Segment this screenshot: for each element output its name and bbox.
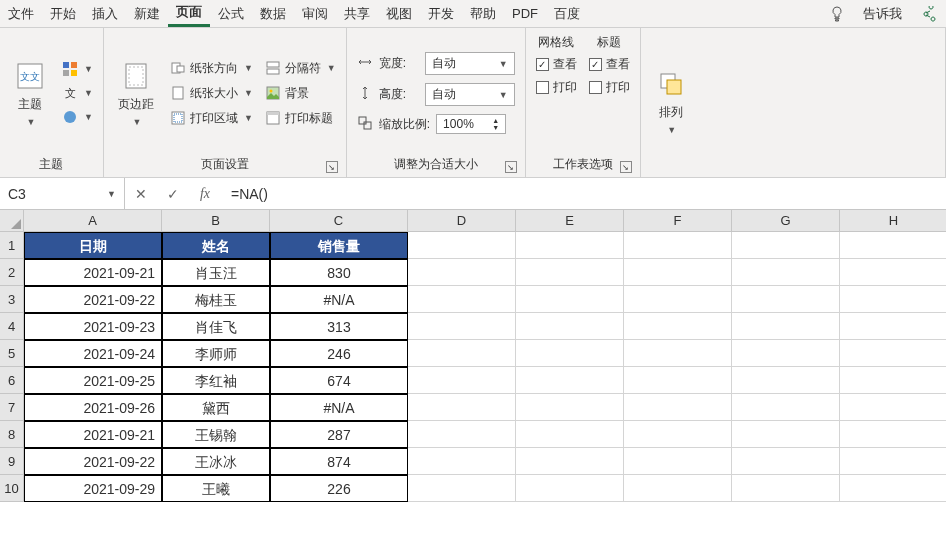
dialog-launcher-icon[interactable]: ↘ xyxy=(620,161,632,173)
menu-share[interactable]: 共享 xyxy=(336,0,378,27)
menu-page-layout[interactable]: 页面 xyxy=(168,0,210,27)
cell[interactable]: 2021-09-24 xyxy=(24,340,162,367)
menu-formulas[interactable]: 公式 xyxy=(210,0,252,27)
cell[interactable]: 874 xyxy=(270,448,408,475)
cell[interactable] xyxy=(732,286,840,313)
column-header[interactable]: C xyxy=(270,210,408,232)
cell[interactable] xyxy=(624,421,732,448)
row-header[interactable]: 1 xyxy=(0,232,24,259)
arrange-button[interactable]: 排列 ▼ xyxy=(647,32,695,171)
cell[interactable] xyxy=(624,340,732,367)
column-header[interactable]: F xyxy=(624,210,732,232)
menu-baidu[interactable]: 百度 xyxy=(546,0,588,27)
cell[interactable] xyxy=(408,259,516,286)
cell[interactable] xyxy=(624,286,732,313)
cell[interactable] xyxy=(732,394,840,421)
cell[interactable] xyxy=(516,367,624,394)
cell[interactable] xyxy=(408,232,516,259)
cell[interactable] xyxy=(840,313,946,340)
cell[interactable]: 2021-09-29 xyxy=(24,475,162,502)
cell[interactable] xyxy=(732,313,840,340)
dialog-launcher-icon[interactable]: ↘ xyxy=(505,161,517,173)
cell[interactable]: 2021-09-22 xyxy=(24,448,162,475)
cell[interactable]: 674 xyxy=(270,367,408,394)
menu-insert[interactable]: 插入 xyxy=(84,0,126,27)
cell[interactable] xyxy=(516,313,624,340)
cell[interactable] xyxy=(732,259,840,286)
row-header[interactable]: 3 xyxy=(0,286,24,313)
row-header[interactable]: 10 xyxy=(0,475,24,502)
cell[interactable]: 2021-09-25 xyxy=(24,367,162,394)
cell[interactable]: 肖玉汪 xyxy=(162,259,270,286)
gridlines-print-checkbox[interactable]: 打印 xyxy=(532,76,581,99)
select-all-corner[interactable] xyxy=(0,210,24,232)
cell[interactable] xyxy=(840,340,946,367)
cell[interactable] xyxy=(516,340,624,367)
bulb-icon[interactable] xyxy=(819,0,855,27)
cell[interactable] xyxy=(624,448,732,475)
cell[interactable] xyxy=(840,421,946,448)
cell[interactable]: 830 xyxy=(270,259,408,286)
cancel-formula-button[interactable]: ✕ xyxy=(125,178,157,209)
column-header[interactable]: A xyxy=(24,210,162,232)
cell[interactable] xyxy=(732,448,840,475)
cell[interactable] xyxy=(732,232,840,259)
cell[interactable]: #N/A xyxy=(270,286,408,313)
menu-home[interactable]: 开始 xyxy=(42,0,84,27)
column-header[interactable]: D xyxy=(408,210,516,232)
cell[interactable] xyxy=(408,475,516,502)
scale-spinner[interactable]: 100%▲▼ xyxy=(436,114,506,134)
gridlines-view-checkbox[interactable]: ✓查看 xyxy=(532,53,581,76)
cell[interactable] xyxy=(840,475,946,502)
menu-view[interactable]: 视图 xyxy=(378,0,420,27)
cell[interactable] xyxy=(408,340,516,367)
cell[interactable] xyxy=(408,313,516,340)
cell[interactable] xyxy=(732,367,840,394)
cell[interactable] xyxy=(732,421,840,448)
column-header[interactable]: B xyxy=(162,210,270,232)
cell[interactable] xyxy=(732,475,840,502)
cell[interactable]: 李师师 xyxy=(162,340,270,367)
menu-new[interactable]: 新建 xyxy=(126,0,168,27)
cell[interactable] xyxy=(624,475,732,502)
cell[interactable] xyxy=(624,367,732,394)
fonts-button[interactable]: 文▼ xyxy=(58,83,97,103)
cell[interactable] xyxy=(840,394,946,421)
effects-button[interactable]: ▼ xyxy=(58,107,97,127)
row-header[interactable]: 8 xyxy=(0,421,24,448)
headings-print-checkbox[interactable]: 打印 xyxy=(585,76,634,99)
cell[interactable] xyxy=(624,259,732,286)
cell[interactable]: 销售量 xyxy=(270,232,408,259)
menu-data[interactable]: 数据 xyxy=(252,0,294,27)
row-header[interactable]: 6 xyxy=(0,367,24,394)
cell[interactable] xyxy=(624,313,732,340)
margins-button[interactable]: 页边距 ▼ xyxy=(110,32,162,154)
cell[interactable] xyxy=(516,448,624,475)
column-header[interactable]: H xyxy=(840,210,946,232)
cell[interactable] xyxy=(840,232,946,259)
column-header[interactable]: E xyxy=(516,210,624,232)
cell[interactable]: 2021-09-26 xyxy=(24,394,162,421)
background-button[interactable]: 背景 xyxy=(261,83,340,104)
cell[interactable]: 226 xyxy=(270,475,408,502)
cell[interactable] xyxy=(516,475,624,502)
width-combo[interactable]: 自动▼ xyxy=(425,52,515,75)
tell-me[interactable]: 告诉我 xyxy=(855,0,910,27)
cell[interactable] xyxy=(516,421,624,448)
cell[interactable]: 肖佳飞 xyxy=(162,313,270,340)
menu-developer[interactable]: 开发 xyxy=(420,0,462,27)
cell[interactable] xyxy=(516,232,624,259)
row-header[interactable]: 4 xyxy=(0,313,24,340)
formula-input[interactable]: =NA() xyxy=(221,182,946,206)
menu-review[interactable]: 审阅 xyxy=(294,0,336,27)
spinner-up-icon[interactable]: ▲ xyxy=(492,117,499,124)
row-header[interactable]: 5 xyxy=(0,340,24,367)
print-titles-button[interactable]: 打印标题 xyxy=(261,108,340,129)
cell[interactable]: 黛西 xyxy=(162,394,270,421)
colors-button[interactable]: ▼ xyxy=(58,59,97,79)
cell[interactable]: 287 xyxy=(270,421,408,448)
menu-file[interactable]: 文件 xyxy=(0,0,42,27)
orientation-button[interactable]: 纸张方向▼ xyxy=(166,58,257,79)
row-header[interactable]: 7 xyxy=(0,394,24,421)
breaks-button[interactable]: 分隔符▼ xyxy=(261,58,340,79)
